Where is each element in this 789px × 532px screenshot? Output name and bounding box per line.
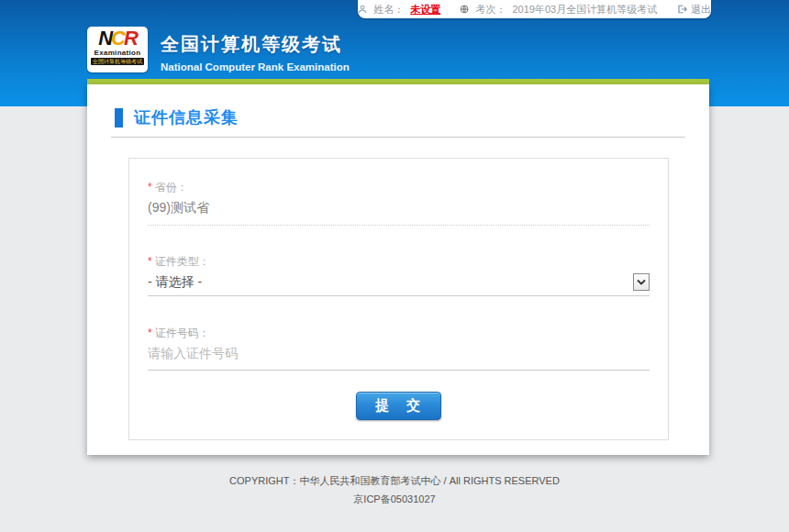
name-value-link[interactable]: 未设置: [410, 3, 440, 17]
cert-type-field: *证件类型： - 请选择 -: [148, 226, 650, 296]
dropdown-arrow-box[interactable]: [633, 273, 650, 291]
site-title-cn: 全国计算机等级考试: [161, 32, 350, 57]
cert-type-select[interactable]: - 请选择 -: [148, 273, 650, 296]
content-panel: 证件信息采集 *省份： (99)测试省 *证件类型： - 请选择 - *证件号码…: [87, 84, 709, 455]
required-mark: *: [148, 181, 152, 194]
required-mark: *: [148, 327, 152, 339]
logo-strip-text: 全国计算机等级考试: [91, 58, 144, 65]
chevron-down-icon: [637, 279, 646, 285]
logout-label: 退出: [691, 3, 711, 17]
user-topbar: 姓名：未设置 考次：2019年03月全国计算机等级考试 退出: [358, 0, 711, 18]
section-title-bar: [115, 108, 123, 127]
icp-number: 京ICP备05031027: [0, 490, 789, 508]
cert-number-field: *证件号码：: [148, 296, 650, 371]
page-footer: COPYRIGHT：中华人民共和国教育部考试中心 / All RIGHTS RE…: [0, 471, 789, 508]
name-label: 姓名：: [373, 3, 404, 17]
ncre-logo: NCR Examination 全国计算机等级考试: [87, 27, 148, 72]
required-mark: *: [148, 255, 152, 268]
logout-icon: [676, 4, 687, 15]
cert-number-label: *证件号码：: [148, 326, 650, 341]
logo-letters: NCR: [91, 28, 144, 49]
submit-button[interactable]: 提 交: [356, 392, 441, 420]
logout-button[interactable]: 退出: [676, 3, 711, 17]
session-value: 2019年03月全国计算机等级考试: [512, 3, 657, 17]
copyright-line: COPYRIGHT：中华人民共和国教育部考试中心 / All RIGHTS RE…: [0, 471, 789, 490]
section-header: 证件信息采集: [115, 106, 683, 128]
section-divider: [111, 137, 685, 138]
cert-type-label: *证件类型：: [148, 254, 650, 270]
province-value: (99)测试省: [148, 200, 650, 226]
globe-icon: [460, 4, 469, 15]
certificate-form: *省份： (99)测试省 *证件类型： - 请选择 - *证件号码： 提 交: [128, 158, 669, 440]
province-field: *省份： (99)测试省: [148, 159, 650, 226]
session-label: 考次：: [475, 3, 506, 17]
site-title-en: National Computer Rank Examination: [161, 61, 350, 72]
brand-header: NCR Examination 全国计算机等级考试 全国计算机等级考试 Nati…: [87, 27, 350, 72]
section-title: 证件信息采集: [134, 106, 239, 128]
logo-subtitle: Examination: [91, 49, 144, 57]
province-label: *省份：: [148, 180, 650, 195]
cert-number-input[interactable]: [148, 346, 650, 371]
user-icon: [358, 4, 367, 15]
cert-type-selected-value: - 请选择 -: [148, 274, 202, 291]
